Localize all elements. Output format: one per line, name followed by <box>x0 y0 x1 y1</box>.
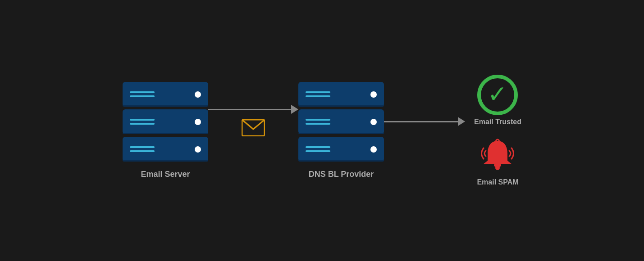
blade-line <box>306 146 330 148</box>
blade-lines <box>306 119 330 125</box>
blade-line <box>306 123 330 125</box>
diagram: Email Server <box>0 75 644 186</box>
email-server-node: Email Server <box>123 82 208 179</box>
blade-line <box>306 91 330 93</box>
checkmark-symbol: ✓ <box>488 82 507 106</box>
server-blade-2 <box>123 109 208 134</box>
blade-dot <box>370 146 377 153</box>
dns-provider-node: DNS BL Provider <box>298 82 384 179</box>
blade-dot <box>195 91 201 98</box>
spam-label: Email SPAM <box>477 178 518 186</box>
email-server-stack <box>123 82 208 162</box>
dns-blade-1 <box>298 82 384 107</box>
blade-lines <box>306 91 330 97</box>
arrow-line <box>208 109 291 110</box>
blade-line <box>130 95 155 97</box>
envelope-svg <box>242 119 265 136</box>
spam-outcome: Email SPAM <box>477 135 518 186</box>
bell-svg <box>480 137 516 173</box>
blade-line <box>130 146 155 148</box>
blade-line <box>130 150 155 152</box>
server-blade-3 <box>123 137 208 162</box>
blade-line <box>130 91 155 93</box>
second-arrow-section <box>384 117 465 126</box>
email-server-label: Email Server <box>141 170 190 179</box>
arrow-head <box>291 105 298 114</box>
server-blade-1 <box>123 82 208 107</box>
blade-lines <box>306 146 330 152</box>
svg-point-2 <box>495 166 500 170</box>
dns-provider-label: DNS BL Provider <box>309 170 374 179</box>
first-arrow <box>208 105 298 114</box>
blade-line <box>130 119 155 121</box>
blade-line <box>130 123 155 125</box>
blade-dot <box>370 119 377 125</box>
arrow-head-2 <box>458 117 465 126</box>
blade-line <box>306 95 330 97</box>
blade-lines <box>130 146 155 152</box>
outcomes-section: ✓ Email Trusted <box>474 75 521 186</box>
trusted-outcome: ✓ Email Trusted <box>474 75 521 126</box>
trusted-label: Email Trusted <box>474 118 521 126</box>
blade-dot <box>195 146 201 153</box>
dns-blade-2 <box>298 109 384 134</box>
arrow-line-2 <box>384 121 458 122</box>
blade-line <box>306 150 330 152</box>
blade-dot <box>370 91 377 98</box>
dns-blade-3 <box>298 137 384 162</box>
envelope-icon <box>242 119 265 138</box>
blade-line <box>306 119 330 121</box>
blade-dot <box>195 119 201 125</box>
bell-icon <box>477 135 518 176</box>
blade-lines <box>130 119 155 125</box>
dns-server-stack <box>298 82 384 162</box>
first-arrow-section <box>208 105 298 138</box>
check-circle-icon: ✓ <box>477 75 518 115</box>
blade-lines <box>130 91 155 97</box>
